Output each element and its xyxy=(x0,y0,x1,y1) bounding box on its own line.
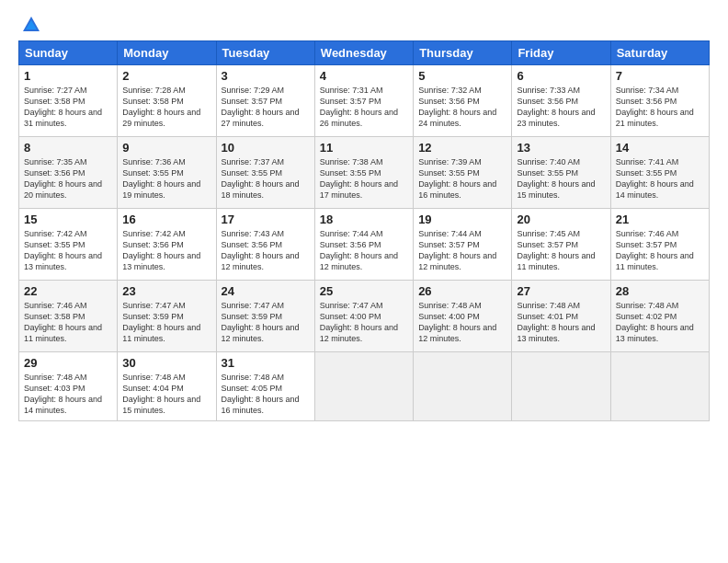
calendar-cell xyxy=(314,352,413,421)
calendar-cell: 5Sunrise: 7:32 AMSunset: 3:56 PMDaylight… xyxy=(414,65,512,137)
cell-info: Sunrise: 7:28 AMSunset: 3:58 PMDaylight:… xyxy=(122,85,210,130)
calendar-cell: 8Sunrise: 7:35 AMSunset: 3:56 PMDaylight… xyxy=(19,137,118,209)
calendar-week-row: 8Sunrise: 7:35 AMSunset: 3:56 PMDaylight… xyxy=(19,137,710,209)
cell-info: Sunrise: 7:48 AMSunset: 4:02 PMDaylight:… xyxy=(616,300,704,345)
calendar-cell xyxy=(610,352,709,421)
day-number: 4 xyxy=(320,69,408,83)
day-number: 28 xyxy=(616,284,704,298)
calendar-cell: 21Sunrise: 7:46 AMSunset: 3:57 PMDayligh… xyxy=(610,209,709,281)
calendar-week-row: 29Sunrise: 7:48 AMSunset: 4:03 PMDayligh… xyxy=(19,352,710,421)
day-number: 22 xyxy=(24,284,112,298)
day-number: 24 xyxy=(222,284,310,298)
calendar-cell: 20Sunrise: 7:45 AMSunset: 3:57 PMDayligh… xyxy=(512,209,610,281)
cell-info: Sunrise: 7:43 AMSunset: 3:56 PMDaylight:… xyxy=(222,228,310,273)
day-header-friday: Friday xyxy=(512,41,610,65)
calendar-cell: 29Sunrise: 7:48 AMSunset: 4:03 PMDayligh… xyxy=(19,352,118,421)
logo-icon xyxy=(21,15,41,35)
day-number: 26 xyxy=(418,284,506,298)
day-number: 25 xyxy=(320,284,408,298)
cell-info: Sunrise: 7:48 AMSunset: 4:00 PMDaylight:… xyxy=(418,300,506,345)
day-header-monday: Monday xyxy=(118,41,216,65)
day-number: 14 xyxy=(616,141,704,155)
cell-info: Sunrise: 7:35 AMSunset: 3:56 PMDaylight:… xyxy=(24,156,112,201)
day-number: 10 xyxy=(222,141,310,155)
calendar-cell: 12Sunrise: 7:39 AMSunset: 3:55 PMDayligh… xyxy=(414,137,512,209)
calendar-cell: 4Sunrise: 7:31 AMSunset: 3:57 PMDaylight… xyxy=(314,65,413,137)
cell-info: Sunrise: 7:34 AMSunset: 3:56 PMDaylight:… xyxy=(616,85,704,130)
day-number: 23 xyxy=(122,284,210,298)
cell-info: Sunrise: 7:47 AMSunset: 4:00 PMDaylight:… xyxy=(320,300,408,345)
day-number: 12 xyxy=(418,141,506,155)
cell-info: Sunrise: 7:39 AMSunset: 3:55 PMDaylight:… xyxy=(418,156,506,201)
calendar-cell: 27Sunrise: 7:48 AMSunset: 4:01 PMDayligh… xyxy=(512,281,610,352)
calendar-cell: 6Sunrise: 7:33 AMSunset: 3:56 PMDaylight… xyxy=(512,65,610,137)
day-number: 27 xyxy=(517,284,605,298)
calendar-cell xyxy=(512,352,610,421)
cell-info: Sunrise: 7:36 AMSunset: 3:55 PMDaylight:… xyxy=(122,156,210,201)
day-number: 21 xyxy=(616,213,704,226)
calendar-cell xyxy=(414,352,512,421)
cell-info: Sunrise: 7:48 AMSunset: 4:05 PMDaylight:… xyxy=(222,372,310,417)
cell-info: Sunrise: 7:48 AMSunset: 4:04 PMDaylight:… xyxy=(122,372,210,417)
day-number: 9 xyxy=(122,141,210,155)
day-header-wednesday: Wednesday xyxy=(314,41,413,65)
day-number: 29 xyxy=(24,356,112,370)
cell-info: Sunrise: 7:31 AMSunset: 3:57 PMDaylight:… xyxy=(320,85,408,130)
calendar-cell: 10Sunrise: 7:37 AMSunset: 3:55 PMDayligh… xyxy=(216,137,314,209)
day-number: 16 xyxy=(122,213,210,226)
cell-info: Sunrise: 7:29 AMSunset: 3:57 PMDaylight:… xyxy=(222,85,310,130)
day-number: 13 xyxy=(517,141,605,155)
day-number: 1 xyxy=(24,69,112,83)
day-number: 3 xyxy=(222,69,310,83)
calendar-cell: 22Sunrise: 7:46 AMSunset: 3:58 PMDayligh… xyxy=(19,281,118,352)
cell-info: Sunrise: 7:47 AMSunset: 3:59 PMDaylight:… xyxy=(222,300,310,345)
day-header-sunday: Sunday xyxy=(19,41,118,65)
calendar-week-row: 22Sunrise: 7:46 AMSunset: 3:58 PMDayligh… xyxy=(19,281,710,352)
day-number: 6 xyxy=(517,69,605,83)
calendar-cell: 15Sunrise: 7:42 AMSunset: 3:55 PMDayligh… xyxy=(19,209,118,281)
calendar-cell: 7Sunrise: 7:34 AMSunset: 3:56 PMDaylight… xyxy=(610,65,709,137)
calendar-cell: 17Sunrise: 7:43 AMSunset: 3:56 PMDayligh… xyxy=(216,209,314,281)
calendar-cell: 30Sunrise: 7:48 AMSunset: 4:04 PMDayligh… xyxy=(118,352,216,421)
calendar-cell: 25Sunrise: 7:47 AMSunset: 4:00 PMDayligh… xyxy=(314,281,413,352)
cell-info: Sunrise: 7:48 AMSunset: 4:01 PMDaylight:… xyxy=(517,300,605,345)
day-header-thursday: Thursday xyxy=(414,41,512,65)
day-number: 11 xyxy=(320,141,408,155)
calendar-cell: 16Sunrise: 7:42 AMSunset: 3:56 PMDayligh… xyxy=(118,209,216,281)
header xyxy=(18,15,710,31)
calendar-week-row: 15Sunrise: 7:42 AMSunset: 3:55 PMDayligh… xyxy=(19,209,710,281)
cell-info: Sunrise: 7:27 AMSunset: 3:58 PMDaylight:… xyxy=(24,85,112,130)
day-number: 18 xyxy=(320,213,408,226)
day-number: 19 xyxy=(418,213,506,226)
day-number: 17 xyxy=(222,213,310,226)
day-number: 7 xyxy=(616,69,704,83)
calendar-cell: 9Sunrise: 7:36 AMSunset: 3:55 PMDaylight… xyxy=(118,137,216,209)
cell-info: Sunrise: 7:42 AMSunset: 3:55 PMDaylight:… xyxy=(24,228,112,273)
day-number: 2 xyxy=(122,69,210,83)
calendar-cell: 2Sunrise: 7:28 AMSunset: 3:58 PMDaylight… xyxy=(118,65,216,137)
calendar-cell: 13Sunrise: 7:40 AMSunset: 3:55 PMDayligh… xyxy=(512,137,610,209)
calendar-cell: 18Sunrise: 7:44 AMSunset: 3:56 PMDayligh… xyxy=(314,209,413,281)
cell-info: Sunrise: 7:44 AMSunset: 3:57 PMDaylight:… xyxy=(418,228,506,273)
cell-info: Sunrise: 7:46 AMSunset: 3:58 PMDaylight:… xyxy=(24,300,112,345)
cell-info: Sunrise: 7:32 AMSunset: 3:56 PMDaylight:… xyxy=(418,85,506,130)
cell-info: Sunrise: 7:46 AMSunset: 3:57 PMDaylight:… xyxy=(616,228,704,273)
calendar-week-row: 1Sunrise: 7:27 AMSunset: 3:58 PMDaylight… xyxy=(19,65,710,137)
day-header-tuesday: Tuesday xyxy=(216,41,314,65)
day-number: 15 xyxy=(24,213,112,226)
calendar-cell: 1Sunrise: 7:27 AMSunset: 3:58 PMDaylight… xyxy=(19,65,118,137)
day-number: 31 xyxy=(222,356,310,370)
calendar-cell: 3Sunrise: 7:29 AMSunset: 3:57 PMDaylight… xyxy=(216,65,314,137)
cell-info: Sunrise: 7:47 AMSunset: 3:59 PMDaylight:… xyxy=(122,300,210,345)
calendar: SundayMondayTuesdayWednesdayThursdayFrid… xyxy=(18,40,710,421)
day-number: 20 xyxy=(517,213,605,226)
cell-info: Sunrise: 7:38 AMSunset: 3:55 PMDaylight:… xyxy=(320,156,408,201)
day-number: 30 xyxy=(122,356,210,370)
calendar-cell: 28Sunrise: 7:48 AMSunset: 4:02 PMDayligh… xyxy=(610,281,709,352)
logo xyxy=(18,15,41,31)
cell-info: Sunrise: 7:33 AMSunset: 3:56 PMDaylight:… xyxy=(517,85,605,130)
cell-info: Sunrise: 7:40 AMSunset: 3:55 PMDaylight:… xyxy=(517,156,605,201)
cell-info: Sunrise: 7:41 AMSunset: 3:55 PMDaylight:… xyxy=(616,156,704,201)
cell-info: Sunrise: 7:37 AMSunset: 3:55 PMDaylight:… xyxy=(222,156,310,201)
cell-info: Sunrise: 7:42 AMSunset: 3:56 PMDaylight:… xyxy=(122,228,210,273)
